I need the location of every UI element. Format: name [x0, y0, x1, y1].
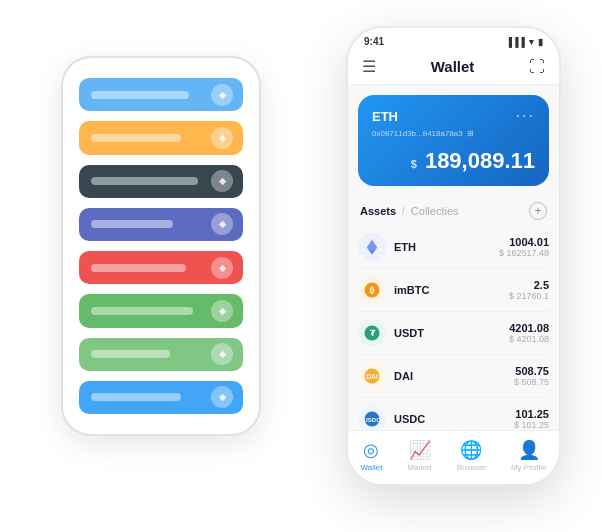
dai-usd: $ 508.75	[514, 377, 549, 387]
wifi-icon: ▾	[529, 37, 534, 47]
usdt-amount: 4201.08	[509, 322, 549, 334]
usdt-values: 4201.08 $ 4201.08	[509, 322, 549, 344]
card-row: ◆	[79, 121, 243, 154]
dai-amount: 508.75	[514, 365, 549, 377]
usdc-amount: 101.25	[514, 408, 549, 420]
bottom-nav: ◎ Wallet 📈 Market 🌐 Browser 👤 My Profile	[348, 430, 559, 484]
add-asset-button[interactable]: +	[529, 202, 547, 220]
scene: ◆◆◆◆◆◆◆◆ 9:41 ▐▐▐ ▾ ▮ ☰ Wallet ⛶ ETH ···	[21, 16, 581, 516]
asset-item-dai[interactable]: DAI DAI 508.75 $ 508.75	[358, 355, 549, 398]
asset-item-usdc[interactable]: USDC USDC 101.25 $ 101.25	[358, 398, 549, 430]
svg-text:USDC: USDC	[363, 417, 381, 423]
usdt-icon: ₮	[358, 319, 386, 347]
eth-icon	[358, 233, 386, 261]
eth-usd: $ 162517.48	[499, 248, 549, 258]
usdc-usd: $ 101.25	[514, 420, 549, 430]
nav-bar: ☰ Wallet ⛶	[348, 51, 559, 85]
usdt-usd: $ 4201.08	[509, 334, 549, 344]
asset-item-eth[interactable]: ETH 1004.01 $ 162517.48	[358, 226, 549, 269]
eth-address-text: 0x08711d3b...8418a78a3	[372, 129, 463, 138]
battery-icon: ▮	[538, 37, 543, 47]
imbtc-amount: 2.5	[509, 279, 549, 291]
phone-content: ETH ··· 0x08711d3b...8418a78a3 ⊞ $ 189,0…	[348, 85, 559, 430]
browser-nav-label: Browser	[457, 463, 486, 472]
eth-card-top: ETH ···	[372, 107, 535, 125]
menu-icon[interactable]: ☰	[362, 57, 376, 76]
svg-text:DAI: DAI	[366, 373, 378, 380]
eth-address-icon: ⊞	[467, 129, 474, 138]
status-bar: 9:41 ▐▐▐ ▾ ▮	[348, 28, 559, 51]
nav-browser[interactable]: 🌐 Browser	[457, 439, 486, 472]
imbtc-symbol: imBTC	[394, 284, 509, 296]
nav-profile[interactable]: 👤 My Profile	[511, 439, 547, 472]
assets-header: Assets / Collecties +	[348, 194, 559, 226]
time: 9:41	[364, 36, 384, 47]
dai-symbol: DAI	[394, 370, 514, 382]
wallet-title: Wallet	[431, 58, 475, 75]
imbtc-icon: ₿	[358, 276, 386, 304]
eth-card-menu[interactable]: ···	[516, 107, 535, 125]
usdc-values: 101.25 $ 101.25	[514, 408, 549, 430]
expand-icon[interactable]: ⛶	[529, 58, 545, 76]
currency-symbol: $	[411, 158, 417, 170]
asset-item-usdt[interactable]: ₮ USDT 4201.08 $ 4201.08	[358, 312, 549, 355]
usdt-symbol: USDT	[394, 327, 509, 339]
front-phone: 9:41 ▐▐▐ ▾ ▮ ☰ Wallet ⛶ ETH ··· 0x08711d	[346, 26, 561, 486]
back-phone: ◆◆◆◆◆◆◆◆	[61, 56, 261, 436]
card-row: ◆	[79, 251, 243, 284]
nav-market[interactable]: 📈 Market	[407, 439, 431, 472]
nav-wallet[interactable]: ◎ Wallet	[360, 439, 382, 472]
card-row: ◆	[79, 381, 243, 414]
imbtc-usd: $ 21760.1	[509, 291, 549, 301]
usdc-symbol: USDC	[394, 413, 514, 425]
imbtc-values: 2.5 $ 21760.1	[509, 279, 549, 301]
profile-nav-icon: 👤	[518, 439, 540, 461]
eth-address: 0x08711d3b...8418a78a3 ⊞	[372, 129, 535, 138]
eth-amount-value: 189,089.11	[425, 148, 535, 173]
asset-item-imbtc[interactable]: ₿ imBTC 2.5 $ 21760.1	[358, 269, 549, 312]
card-row: ◆	[79, 165, 243, 198]
dai-values: 508.75 $ 508.75	[514, 365, 549, 387]
eth-card[interactable]: ETH ··· 0x08711d3b...8418a78a3 ⊞ $ 189,0…	[358, 95, 549, 186]
wallet-nav-label: Wallet	[360, 463, 382, 472]
profile-nav-label: My Profile	[511, 463, 547, 472]
card-row: ◆	[79, 78, 243, 111]
eth-amount-val: 1004.01	[499, 236, 549, 248]
card-row: ◆	[79, 294, 243, 327]
browser-nav-icon: 🌐	[460, 439, 482, 461]
card-row: ◆	[79, 338, 243, 371]
asset-list: ETH 1004.01 $ 162517.48 ₿ imBTC	[348, 226, 559, 430]
signal-icon: ▐▐▐	[506, 37, 525, 47]
market-nav-icon: 📈	[409, 439, 431, 461]
assets-tabs: Assets / Collecties	[360, 205, 459, 217]
dai-icon: DAI	[358, 362, 386, 390]
market-nav-label: Market	[407, 463, 431, 472]
tab-assets[interactable]: Assets	[360, 205, 396, 217]
eth-card-label: ETH	[372, 109, 398, 124]
eth-amount: $ 189,089.11	[372, 148, 535, 174]
eth-values: 1004.01 $ 162517.48	[499, 236, 549, 258]
tab-collecties[interactable]: Collecties	[411, 205, 459, 217]
usdc-icon: USDC	[358, 405, 386, 430]
eth-symbol: ETH	[394, 241, 499, 253]
status-icons: ▐▐▐ ▾ ▮	[506, 37, 543, 47]
card-row: ◆	[79, 208, 243, 241]
wallet-nav-icon: ◎	[363, 439, 379, 461]
tab-separator: /	[402, 206, 405, 217]
